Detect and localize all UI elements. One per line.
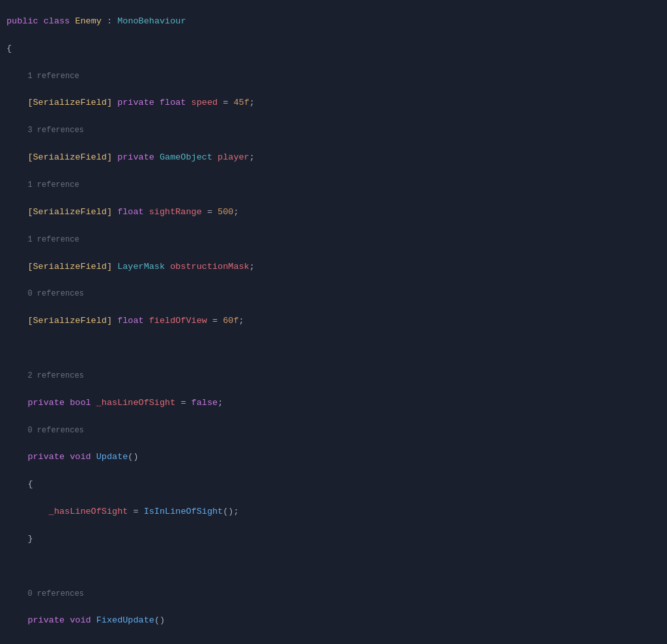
line-12: [SerializeField] float fieldOfView = 60f… <box>7 315 667 328</box>
line-7: 1 reference <box>7 178 667 192</box>
line-8: [SerializeField] float sightRange = 500; <box>7 206 667 219</box>
line-24: { <box>7 641 667 644</box>
line-4: [SerializeField] private float speed = 4… <box>7 96 667 110</box>
line-11: 0 references <box>7 287 667 301</box>
line-20: } <box>7 533 667 546</box>
line-15: private bool _hasLineOfSight = false; <box>7 397 667 410</box>
line-22: 0 references <box>7 587 667 601</box>
line-16: 0 references <box>7 424 667 438</box>
line-21 <box>7 560 667 574</box>
line-19: _hasLineOfSight = IsInLineOfSight(); <box>7 505 667 519</box>
line-5: 3 references <box>7 124 667 137</box>
line-14: 2 references <box>7 369 667 383</box>
line-13 <box>7 342 667 356</box>
code-editor: public class Enemy : MonoBehaviour { 1 r… <box>0 0 667 644</box>
line-2: { <box>7 42 667 56</box>
line-3: 1 reference <box>7 70 667 83</box>
line-23: private void FixedUpdate() <box>7 614 667 628</box>
line-18: { <box>7 478 667 492</box>
line-10: [SerializeField] LayerMask obstructionMa… <box>7 260 667 274</box>
line-9: 1 reference <box>7 233 667 247</box>
line-6: [SerializeField] private GameObject play… <box>7 151 667 165</box>
line-17: private void Update() <box>7 451 667 464</box>
line-1: public class Enemy : MonoBehaviour <box>7 15 667 29</box>
